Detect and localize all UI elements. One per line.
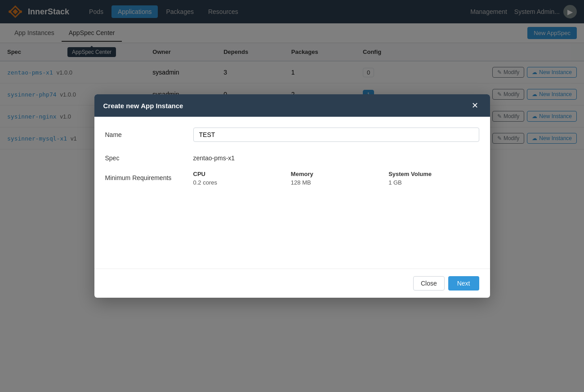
requirements-label: Minimum Requirements (105, 171, 186, 181)
spec-value: zentao-pms-x1 (193, 151, 479, 162)
cpu-label: CPU (193, 171, 284, 177)
modal-header: Create new App Instance ✕ (94, 94, 490, 117)
spec-row: Spec zentao-pms-x1 (105, 151, 479, 162)
modal-create-instance: Create new App Instance ✕ Name Spec zent… (94, 94, 490, 298)
modal-footer: Close Next (94, 269, 490, 298)
system-volume-label: System Volume (388, 171, 479, 177)
close-button[interactable]: Close (413, 276, 445, 291)
memory-value: 128 MB (291, 179, 381, 186)
spec-label: Spec (105, 151, 186, 162)
modal-body: Name Spec zentao-pms-x1 Minimum Requirem… (94, 117, 490, 269)
modal-overlay[interactable]: Create new App Instance ✕ Name Spec zent… (0, 0, 584, 392)
name-row: Name (105, 128, 479, 142)
system-volume-item: System Volume 1 GB (388, 171, 479, 186)
requirements-row: Minimum Requirements CPU 0.2 cores Memor… (105, 171, 479, 186)
memory-label: Memory (291, 171, 381, 177)
name-label: Name (105, 128, 186, 138)
modal-title: Create new App Instance (103, 102, 183, 110)
name-input[interactable] (193, 128, 479, 142)
memory-item: Memory 128 MB (291, 171, 381, 186)
requirements-grid: CPU 0.2 cores Memory 128 MB System Volum… (193, 171, 479, 186)
cpu-value: 0.2 cores (193, 179, 284, 186)
system-volume-value: 1 GB (388, 179, 479, 186)
modal-spacer (105, 195, 479, 258)
cpu-item: CPU 0.2 cores (193, 171, 284, 186)
modal-close-x-button[interactable]: ✕ (469, 101, 481, 110)
next-button[interactable]: Next (448, 276, 479, 291)
